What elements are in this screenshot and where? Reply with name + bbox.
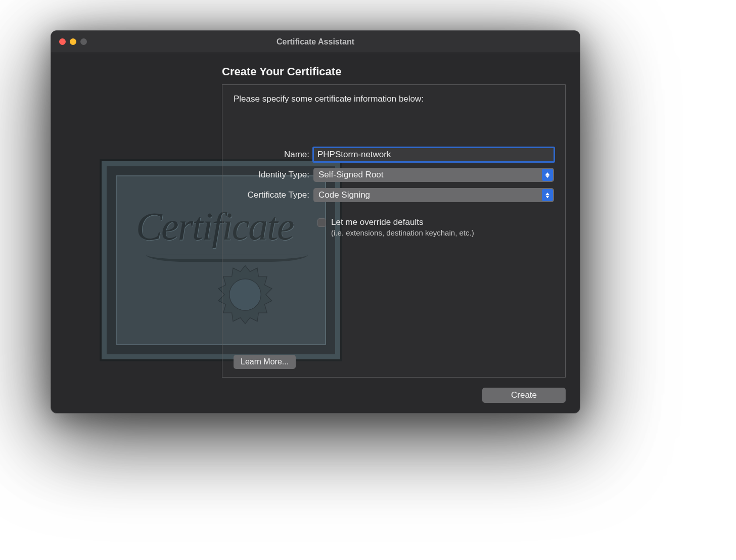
window-title: Certificate Assistant	[51, 37, 580, 46]
create-button[interactable]: Create	[482, 388, 566, 403]
certificate-type-row: Certificate Type: Code Signing	[234, 188, 554, 202]
override-defaults-checkbox[interactable]	[317, 218, 326, 227]
override-defaults-row: Let me override defaults (i.e. extension…	[317, 217, 554, 237]
override-defaults-label: Let me override defaults	[331, 217, 474, 227]
titlebar: Certificate Assistant	[51, 31, 580, 53]
certificate-assistant-window: Certificate Assistant Certificate	[51, 30, 580, 413]
certificate-type-select[interactable]: Code Signing	[313, 188, 554, 202]
identity-type-select[interactable]: Self-Signed Root	[313, 168, 554, 182]
select-stepper-icon	[542, 169, 553, 181]
certificate-type-label: Certificate Type:	[234, 190, 313, 200]
name-label: Name:	[234, 150, 313, 160]
name-input[interactable]	[313, 148, 554, 162]
instruction-text: Please specify some certificate informat…	[234, 94, 554, 104]
identity-type-row: Identity Type: Self-Signed Root	[234, 168, 554, 182]
zoom-button[interactable]	[80, 38, 87, 45]
window-controls	[51, 38, 87, 45]
learn-more-button[interactable]: Learn More...	[234, 355, 296, 369]
name-row: Name:	[234, 148, 554, 162]
certificate-type-value: Code Signing	[318, 190, 370, 200]
page-heading: Create Your Certificate	[222, 65, 566, 78]
content-area: Certificate Create Your C	[51, 53, 580, 413]
override-defaults-sublabel: (i.e. extensions, destination keychain, …	[331, 228, 474, 237]
minimize-button[interactable]	[70, 38, 76, 45]
identity-type-label: Identity Type:	[234, 170, 313, 180]
identity-type-value: Self-Signed Root	[318, 170, 384, 180]
select-stepper-icon	[542, 189, 553, 201]
form-panel: Please specify some certificate informat…	[222, 84, 566, 378]
close-button[interactable]	[59, 38, 66, 45]
